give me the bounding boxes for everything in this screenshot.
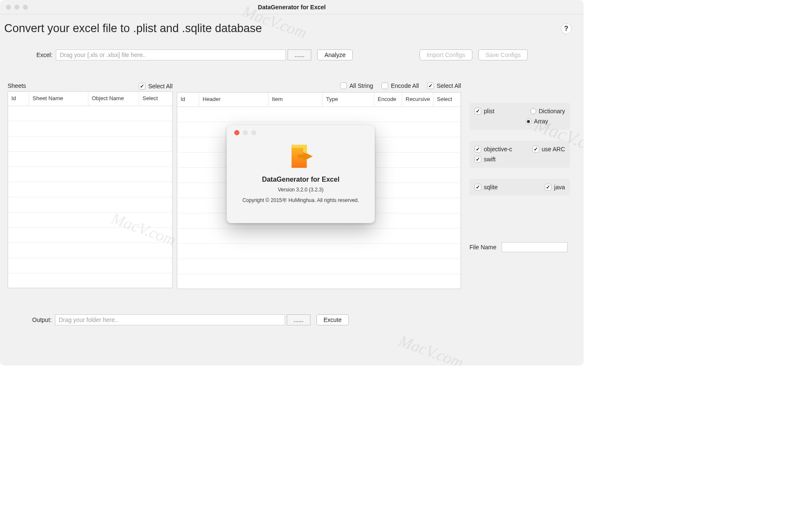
titlebar: DataGenerator for Excel [0, 0, 584, 14]
table-row [177, 274, 461, 289]
table-row [8, 121, 172, 136]
about-close-button[interactable] [234, 130, 239, 135]
fields-col-item[interactable]: Item [269, 93, 323, 106]
table-row [8, 106, 172, 121]
about-title: DataGenerator for Excel [262, 176, 339, 183]
array-radio[interactable] [526, 118, 532, 124]
output-path-input[interactable] [55, 314, 285, 325]
arc-label: use ARC [542, 146, 565, 153]
watermark: MacV.com [396, 331, 466, 365]
excel-path-input[interactable] [56, 49, 286, 60]
window-minimize-button[interactable] [14, 5, 19, 10]
sheets-header-row: Sheets Select All [8, 82, 173, 90]
objc-label: objective-c [484, 146, 512, 153]
excel-label: Excel: [36, 52, 52, 58]
window-title: DataGenerator for Excel [258, 4, 326, 11]
sheets-col-sheetname[interactable]: Sheet Name [29, 92, 88, 106]
help-icon: ? [564, 25, 568, 33]
fields-header-row: All String Encode All Select All [177, 82, 461, 90]
encode-all-label: Encode All [391, 82, 419, 89]
array-label: Array [534, 118, 548, 125]
about-traffic-lights [234, 130, 256, 135]
sheets-table: Id Sheet Name Object Name Select [8, 91, 173, 288]
sheets-select-all-wrapper: Select All [139, 83, 173, 90]
table-row [8, 243, 172, 258]
table-row [8, 258, 172, 273]
table-row [8, 228, 172, 243]
arc-checkbox[interactable] [532, 146, 539, 153]
page-heading: Convert your excel file to .plist and .s… [4, 22, 262, 35]
plist-checkbox[interactable] [475, 108, 481, 115]
side-panel: plist Dictionary Array [469, 82, 570, 289]
about-minimize-button [243, 130, 248, 135]
option-group-lang: objective-c use ARC swift [469, 141, 570, 168]
file-name-label: File Name [469, 244, 497, 251]
java-checkbox[interactable] [545, 184, 551, 191]
table-row [177, 244, 461, 259]
sheets-thead: Id Sheet Name Object Name Select [8, 92, 172, 106]
table-row [8, 182, 172, 197]
about-dialog: DataGenerator for Excel Version 3.2.0 (3… [227, 125, 375, 223]
help-button[interactable]: ? [561, 23, 572, 34]
java-label: java [554, 184, 565, 191]
sheets-select-all-label: Select All [148, 83, 173, 90]
table-row [8, 152, 172, 167]
main-window: DataGenerator for Excel Convert your exc… [0, 0, 584, 365]
about-version: Version 3.2.0 (3.2.3) [278, 187, 324, 193]
output-row: Output: ...... Excute [0, 292, 584, 329]
output-browse-button[interactable]: ...... [287, 314, 310, 325]
fields-thead: Id Header Item Type Encode Recursive Sel… [177, 93, 461, 107]
output-label: Output: [32, 316, 52, 323]
fields-title-spacer [177, 84, 178, 90]
import-configs-button[interactable]: Import Configs [420, 49, 472, 60]
fields-col-type[interactable]: Type [323, 93, 374, 106]
about-copyright: Copyright © 2015年 HuMinghua. All rights … [242, 197, 359, 204]
excel-input-row: Excel: ...... Analyze Import Configs Sav… [0, 38, 584, 64]
save-configs-button[interactable]: Save Configs [478, 49, 528, 60]
option-group-db: sqlite java [469, 179, 570, 196]
all-string-label: All String [349, 82, 373, 89]
swift-checkbox[interactable] [475, 156, 481, 163]
objc-checkbox[interactable] [475, 146, 481, 153]
table-row [177, 259, 461, 274]
table-row [177, 229, 461, 244]
fields-col-id[interactable]: Id [177, 93, 199, 106]
table-row [177, 107, 461, 122]
analyze-button[interactable]: Analyze [317, 49, 353, 60]
sheets-tbody [8, 106, 172, 289]
file-name-row: File Name [469, 242, 570, 252]
table-row [8, 136, 172, 152]
fields-col-recursive[interactable]: Recursive [402, 93, 433, 106]
dictionary-radio[interactable] [530, 108, 536, 114]
sqlite-checkbox[interactable] [475, 184, 481, 191]
excel-browse-button[interactable]: ...... [288, 49, 311, 60]
fields-select-all-checkbox[interactable] [427, 82, 434, 89]
fields-header-checks: All String Encode All Select All [340, 82, 461, 89]
sheets-column: Sheets Select All Id Sheet Name Object N… [8, 82, 173, 289]
sheets-title: Sheets [8, 82, 26, 89]
sqlite-label: sqlite [484, 184, 498, 191]
file-name-input[interactable] [502, 242, 568, 252]
traffic-lights [0, 5, 28, 10]
sheets-col-objectname[interactable]: Object Name [88, 92, 139, 106]
table-row [8, 197, 172, 213]
fields-col-encode[interactable]: Encode [374, 93, 402, 106]
fields-select-all-label: Select All [436, 82, 461, 89]
swift-label: swift [484, 156, 496, 163]
all-string-checkbox[interactable] [340, 82, 347, 89]
fields-col-select[interactable]: Select [433, 93, 461, 106]
sheets-select-all-checkbox[interactable] [139, 83, 145, 90]
sheets-col-select[interactable]: Select [139, 92, 172, 106]
app-icon [285, 141, 316, 172]
config-buttons: Import Configs Save Configs [420, 49, 528, 60]
heading-row: Convert your excel file to .plist and .s… [0, 14, 584, 38]
fields-col-header[interactable]: Header [199, 93, 269, 106]
dictionary-label: Dictionary [539, 108, 565, 115]
window-zoom-button[interactable] [23, 5, 28, 10]
table-row [8, 273, 172, 289]
encode-all-checkbox[interactable] [381, 82, 388, 89]
sheets-col-id[interactable]: Id [8, 92, 29, 106]
execute-button[interactable]: Excute [316, 314, 349, 325]
table-row [8, 167, 172, 182]
window-close-button[interactable] [6, 5, 11, 10]
